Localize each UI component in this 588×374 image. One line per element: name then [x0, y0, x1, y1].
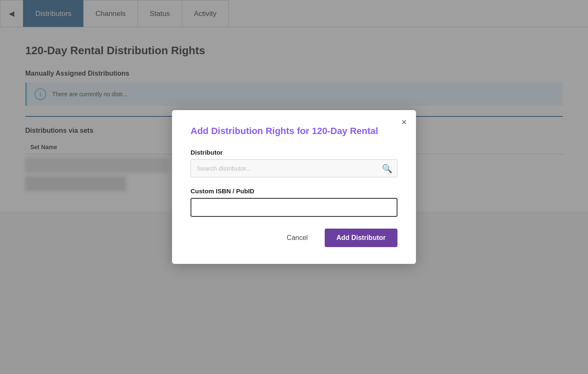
custom-isbn-label: Custom ISBN / PubID: [191, 187, 397, 195]
cancel-button[interactable]: Cancel: [280, 230, 315, 246]
modal-close-button[interactable]: ×: [401, 118, 407, 127]
modal-actions: Cancel Add Distributor: [191, 229, 397, 247]
add-distributor-button[interactable]: Add Distributor: [325, 229, 397, 247]
modal-title: Add Distribution Rights for 120-Day Rent…: [191, 125, 397, 137]
custom-isbn-input[interactable]: [191, 198, 397, 217]
search-icon: 🔍: [382, 163, 392, 174]
distributor-label: Distributor: [191, 149, 397, 156]
modal-overlay: × Add Distribution Rights for 120-Day Re…: [0, 0, 588, 374]
modal: × Add Distribution Rights for 120-Day Re…: [172, 110, 416, 264]
distributor-search-wrapper: 🔍: [191, 159, 397, 177]
distributor-search-input[interactable]: [191, 159, 397, 177]
